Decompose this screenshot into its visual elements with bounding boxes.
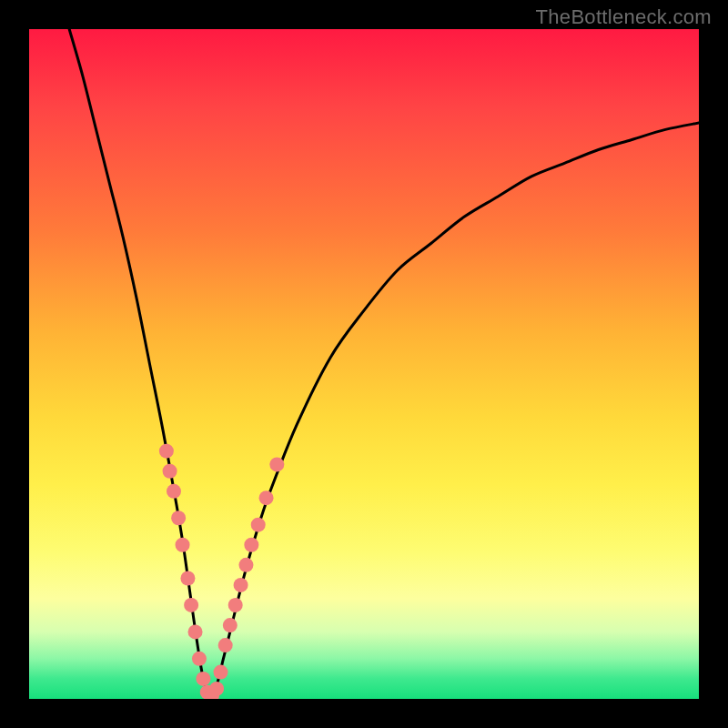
data-marker <box>214 665 228 680</box>
data-marker <box>176 538 190 552</box>
data-marker <box>188 624 203 639</box>
data-marker <box>259 490 274 505</box>
data-marker <box>234 578 248 592</box>
data-marker <box>163 464 177 479</box>
data-marker <box>184 598 198 612</box>
data-marker <box>228 598 243 612</box>
data-marker <box>251 518 266 532</box>
data-marker <box>196 672 210 686</box>
data-marker <box>269 457 284 471</box>
data-marker <box>167 484 181 499</box>
data-marker <box>209 682 224 696</box>
chart-frame: TheBottleneck.com <box>0 0 728 728</box>
watermark-text: TheBottleneck.com <box>536 5 712 29</box>
data-marker <box>223 618 238 632</box>
data-marker <box>171 511 186 525</box>
data-marker <box>244 538 258 552</box>
bottleneck-curve <box>69 29 699 699</box>
bottleneck-curve-svg <box>29 29 699 699</box>
data-marker <box>159 444 174 459</box>
data-marker <box>238 558 253 572</box>
data-marker <box>192 652 207 666</box>
data-marker <box>180 571 195 586</box>
data-marker <box>218 638 233 652</box>
plot-area <box>29 29 699 699</box>
